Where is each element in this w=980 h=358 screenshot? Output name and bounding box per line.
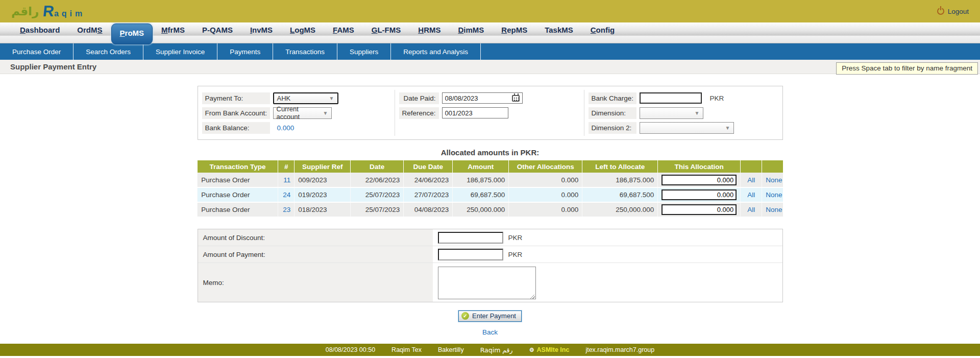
cell-left-to-allocate: 69,687.500 xyxy=(582,187,658,202)
nav-item-config[interactable]: Config xyxy=(582,23,624,37)
discount-input[interactable] xyxy=(438,232,503,244)
dimension2-select[interactable]: ▼ xyxy=(640,122,734,134)
allocate-all-link[interactable]: All xyxy=(747,176,755,184)
bank-charge-input[interactable] xyxy=(640,92,702,104)
allocate-none-link[interactable]: None xyxy=(766,176,782,184)
col-other-allocations: Other Allocations xyxy=(509,160,582,173)
col-supplier-ref: Supplier Ref xyxy=(295,160,351,173)
from-bank-account-select[interactable]: Current account ▼ xyxy=(273,107,332,119)
payment-amount-input[interactable] xyxy=(438,249,503,260)
discount-currency: PKR xyxy=(508,234,523,242)
nav-item-hrms[interactable]: HRMS xyxy=(409,23,449,37)
content-area: Payment To: AHK ▼ From Bank Account: Cur… xyxy=(0,86,980,337)
cell-other-allocations: 0.000 xyxy=(509,173,582,187)
nav-item-taskms[interactable]: TaskMS xyxy=(536,23,582,37)
allocate-all-link[interactable]: All xyxy=(747,206,755,213)
discount-row: Amount of Discount: PKR xyxy=(198,229,782,246)
cell-supplier-ref: 009/2023 xyxy=(295,173,351,187)
footer-auditor: Bakertilly xyxy=(438,346,464,353)
order-number-link[interactable]: 24 xyxy=(283,191,290,199)
this-allocation-input[interactable] xyxy=(662,175,737,185)
nav-item-pqams[interactable]: P-QAMS xyxy=(193,23,241,37)
this-allocation-input[interactable] xyxy=(662,204,737,215)
allocate-all-link[interactable]: All xyxy=(747,191,755,199)
top-bar: راقم R aqim Logout xyxy=(0,0,980,22)
cell-transaction-type: Purchase Order xyxy=(198,173,278,187)
back-link[interactable]: Back xyxy=(482,328,498,336)
footer-company: Raqim Tex xyxy=(391,346,422,353)
table-row: Purchase Order 24 019/2023 25/07/2023 27… xyxy=(198,187,783,202)
nav-item-invms[interactable]: InvMS xyxy=(241,23,281,37)
col-due-date: Due Date xyxy=(404,160,453,173)
cell-none: None xyxy=(762,202,783,217)
footer-bar: 08/08/2023 00:50 Raqim Tex Bakertilly Ra… xyxy=(0,344,980,356)
chevron-down-icon: ▼ xyxy=(725,125,730,131)
allocate-none-link[interactable]: None xyxy=(766,191,782,199)
reference-input[interactable] xyxy=(442,107,508,118)
subnav-item-transactions[interactable]: Transactions xyxy=(273,43,337,60)
footer-vendor: ASMIte Inc xyxy=(529,346,570,353)
date-reference-group: Date Paid: Reference: xyxy=(395,90,584,136)
cell-amount: 69,687.500 xyxy=(453,187,509,202)
table-row: Purchase Order 11 009/2023 22/06/2023 24… xyxy=(198,173,783,187)
cell-number: 24 xyxy=(278,187,295,202)
bank-balance-value: 0.000 xyxy=(273,124,295,132)
subnav-item-purchase-order[interactable]: Purchase Order xyxy=(0,43,74,60)
dimension-select[interactable]: ▼ xyxy=(640,107,703,119)
cell-date: 22/06/2023 xyxy=(351,173,404,187)
chevron-down-icon: ▼ xyxy=(323,110,328,116)
nav-item-mfrms[interactable]: MfrMS xyxy=(153,23,193,37)
nav-item-ordms[interactable]: OrdMS xyxy=(68,23,111,37)
payment-to-label: Payment To: xyxy=(202,92,270,104)
allocate-none-link[interactable]: None xyxy=(766,206,782,213)
subnav-item-reports-analysis[interactable]: Reports and Analysis xyxy=(391,43,481,60)
cell-this-allocation xyxy=(658,187,741,202)
calendar-icon[interactable] xyxy=(512,95,520,102)
nav-item-dimms[interactable]: DimMS xyxy=(449,23,493,37)
payment-to-select[interactable]: AHK ▼ xyxy=(273,92,338,104)
cell-this-allocation xyxy=(658,173,741,187)
cell-amount: 186,875.000 xyxy=(453,173,509,187)
cell-due-date: 24/06/2023 xyxy=(404,173,453,187)
logo-latin-text: R aqim xyxy=(43,5,85,18)
main-nav: Dashboard OrdMS ProMS MfrMS P-QAMS InvMS… xyxy=(0,22,980,43)
from-bank-account-label: From Bank Account: xyxy=(202,107,270,119)
nav-item-fams[interactable]: FAMS xyxy=(324,23,363,37)
subnav-item-payments[interactable]: Payments xyxy=(217,43,273,60)
discount-label: Amount of Discount: xyxy=(198,229,433,246)
nav-item-repms[interactable]: RepMS xyxy=(493,23,536,37)
nav-item-glfms[interactable]: GL-FMS xyxy=(363,23,410,37)
cell-other-allocations: 0.000 xyxy=(509,187,582,202)
nav-item-proms[interactable]: ProMS xyxy=(111,23,153,44)
dimension2-label: Dimension 2: xyxy=(589,122,636,134)
bank-charge-currency: PKR xyxy=(710,94,724,102)
cell-all: All xyxy=(741,202,762,217)
allocation-table-title: Allocated amounts in PKR: xyxy=(0,148,980,157)
allocation-table: Transaction Type # Supplier Ref Date Due… xyxy=(197,160,783,218)
proms-sub-nav: Purchase Order Search Orders Supplier In… xyxy=(0,43,980,60)
nav-item-logms[interactable]: LogMS xyxy=(281,23,324,37)
col-number: # xyxy=(278,160,295,173)
logout-button[interactable]: Logout xyxy=(937,8,969,15)
subnav-item-suppliers[interactable]: Suppliers xyxy=(337,43,391,60)
chevron-down-icon: ▼ xyxy=(329,96,334,101)
cell-due-date: 27/07/2023 xyxy=(404,187,453,202)
date-paid-input[interactable] xyxy=(442,92,523,104)
subnav-item-supplier-invoice[interactable]: Supplier Invoice xyxy=(143,43,217,60)
subnav-item-search-orders[interactable]: Search Orders xyxy=(74,43,143,60)
enter-payment-button[interactable]: Enter Payment xyxy=(458,311,522,322)
footer-datetime: 08/08/2023 00:50 xyxy=(326,346,375,353)
order-number-link[interactable]: 23 xyxy=(283,206,290,213)
cell-this-allocation xyxy=(658,202,741,217)
nav-item-dashboard[interactable]: Dashboard xyxy=(11,23,68,37)
memo-textarea[interactable] xyxy=(438,267,536,299)
col-this-allocation: This Allocation xyxy=(658,160,741,173)
chevron-down-icon: ▼ xyxy=(695,110,700,116)
cell-date: 25/07/2023 xyxy=(351,187,404,202)
cell-number: 11 xyxy=(278,173,295,187)
bank-balance-label: Bank Balance: xyxy=(202,122,270,134)
this-allocation-input[interactable] xyxy=(662,189,737,200)
cell-other-allocations: 0.000 xyxy=(509,202,582,217)
logo-arabic-text: راقم xyxy=(11,5,39,18)
order-number-link[interactable]: 11 xyxy=(283,176,290,184)
